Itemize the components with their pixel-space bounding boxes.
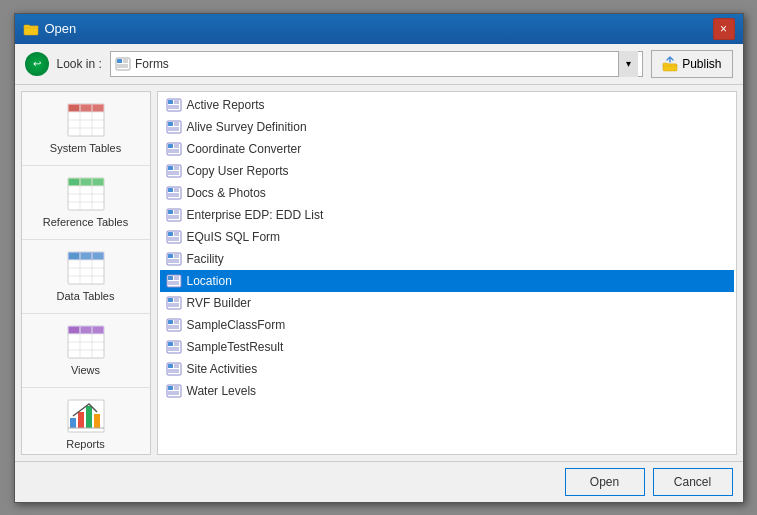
list-item[interactable]: Location <box>160 270 734 292</box>
svg-rect-115 <box>168 320 173 324</box>
svg-rect-2 <box>117 59 122 63</box>
back-button[interactable]: ↩ <box>25 52 49 76</box>
list-item[interactable]: Copy User Reports <box>160 160 734 182</box>
svg-rect-26 <box>81 179 91 185</box>
file-name: SampleTestResult <box>187 340 284 354</box>
sidebar-item-reference-tables[interactable]: Reference Tables <box>22 166 150 240</box>
file-name: Water Levels <box>187 384 257 398</box>
bottom-area: Open Cancel <box>15 461 743 502</box>
window-title: Open <box>45 21 77 36</box>
svg-rect-109 <box>168 298 173 302</box>
sidebar-item-system-tables[interactable]: System Tables <box>22 92 150 166</box>
svg-rect-46 <box>81 327 91 333</box>
sidebar-reference-tables-label: Reference Tables <box>43 216 128 229</box>
data-tables-icon <box>66 250 106 286</box>
svg-rect-55 <box>168 100 173 104</box>
svg-rect-91 <box>168 232 173 236</box>
svg-rect-36 <box>81 253 91 259</box>
file-icon <box>166 362 182 376</box>
file-icon <box>166 296 182 310</box>
combo-arrow-icon: ▾ <box>618 51 638 77</box>
sidebar-item-views[interactable]: Views <box>22 314 150 388</box>
svg-rect-79 <box>168 188 173 192</box>
svg-rect-17 <box>93 105 103 111</box>
svg-rect-16 <box>81 105 91 111</box>
publish-icon <box>662 56 678 72</box>
svg-rect-49 <box>70 418 76 428</box>
file-icon <box>166 186 182 200</box>
svg-rect-25 <box>69 179 79 185</box>
cancel-button[interactable]: Cancel <box>653 468 733 496</box>
open-button[interactable]: Open <box>565 468 645 496</box>
sidebar-data-tables-label: Data Tables <box>57 290 115 303</box>
file-icon <box>166 340 182 354</box>
svg-rect-51 <box>86 406 92 428</box>
list-item[interactable]: Alive Survey Definition <box>160 116 734 138</box>
svg-rect-47 <box>93 327 103 333</box>
list-item[interactable]: EQuIS SQL Form <box>160 226 734 248</box>
file-name: Location <box>187 274 232 288</box>
file-name: SampleClassForm <box>187 318 286 332</box>
title-bar-left: Open <box>23 21 77 37</box>
look-in-icon <box>115 57 131 71</box>
close-button[interactable]: × <box>713 18 735 40</box>
list-item[interactable]: Site Activities <box>160 358 734 380</box>
publish-label: Publish <box>682 57 721 71</box>
file-name: Enterprise EDP: EDD List <box>187 208 324 222</box>
file-name: Site Activities <box>187 362 258 376</box>
look-in-dropdown[interactable]: Forms ▾ <box>110 51 643 77</box>
file-name: Facility <box>187 252 224 266</box>
system-tables-icon <box>66 102 106 138</box>
file-icon <box>166 384 182 398</box>
sidebar-views-label: Views <box>71 364 100 377</box>
svg-rect-121 <box>168 342 173 346</box>
list-item[interactable]: Enterprise EDP: EDD List <box>160 204 734 226</box>
reports-icon <box>66 398 106 434</box>
sidebar-item-data-tables[interactable]: Data Tables <box>22 240 150 314</box>
sidebar-item-reports[interactable]: Reports <box>22 388 150 454</box>
list-item[interactable]: SampleTestResult <box>160 336 734 358</box>
file-name: Copy User Reports <box>187 164 289 178</box>
svg-rect-127 <box>168 364 173 368</box>
svg-rect-37 <box>93 253 103 259</box>
svg-rect-50 <box>78 412 84 428</box>
file-icon <box>166 208 182 222</box>
open-dialog: Open × ↩ Look in : Forms ▾ <box>14 13 744 503</box>
file-icon <box>166 230 182 244</box>
reference-tables-icon <box>66 176 106 212</box>
svg-rect-133 <box>168 386 173 390</box>
file-name: EQuIS SQL Form <box>187 230 281 244</box>
list-item[interactable]: Docs & Photos <box>160 182 734 204</box>
file-icon <box>166 318 182 332</box>
svg-rect-61 <box>168 122 173 126</box>
file-name: Coordinate Converter <box>187 142 302 156</box>
list-item[interactable]: RVF Builder <box>160 292 734 314</box>
sidebar-reports-label: Reports <box>66 438 105 451</box>
file-icon <box>166 252 182 266</box>
list-item[interactable]: SampleClassForm <box>160 314 734 336</box>
look-in-value: Forms <box>135 57 614 71</box>
svg-rect-67 <box>168 144 173 148</box>
folder-icon <box>23 21 39 37</box>
file-list[interactable]: Active Reports Alive Survey Definition C… <box>157 91 737 455</box>
file-name: RVF Builder <box>187 296 251 310</box>
svg-rect-35 <box>69 253 79 259</box>
svg-rect-52 <box>94 414 100 428</box>
svg-rect-85 <box>168 210 173 214</box>
svg-rect-97 <box>168 254 173 258</box>
list-item[interactable]: Coordinate Converter <box>160 138 734 160</box>
file-icon <box>166 274 182 288</box>
svg-rect-73 <box>168 166 173 170</box>
publish-button[interactable]: Publish <box>651 50 732 78</box>
look-in-label: Look in : <box>57 57 102 71</box>
list-item[interactable]: Water Levels <box>160 380 734 402</box>
file-icon <box>166 98 182 112</box>
svg-rect-15 <box>69 105 79 111</box>
list-item[interactable]: Active Reports <box>160 94 734 116</box>
file-name: Active Reports <box>187 98 265 112</box>
list-item[interactable]: Facility <box>160 248 734 270</box>
file-icon <box>166 142 182 156</box>
main-content: System Tables Reference Tables <box>15 85 743 461</box>
svg-rect-45 <box>69 327 79 333</box>
sidebar: System Tables Reference Tables <box>21 91 151 455</box>
